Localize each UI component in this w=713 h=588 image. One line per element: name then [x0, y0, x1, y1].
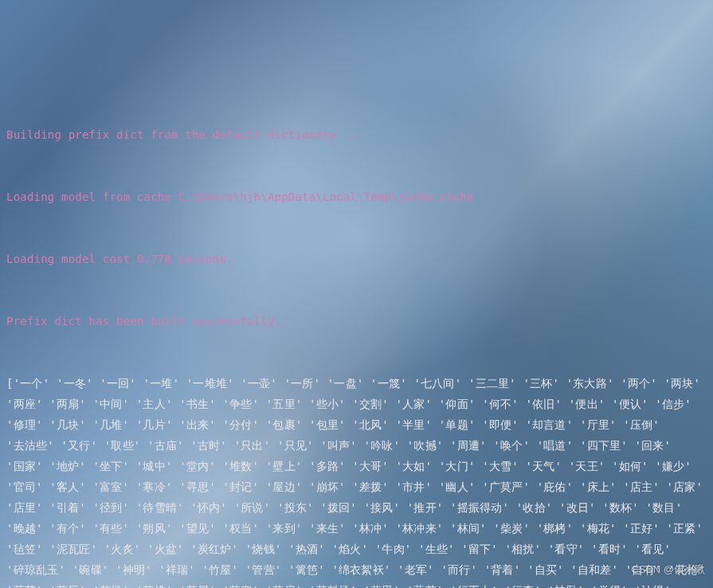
log-line-building: Building prefix dict from the default di… [6, 124, 707, 145]
log-line-built: Prefix dict has been built successfully. [6, 311, 707, 331]
watermark: CSDN @侯小啾 [631, 559, 705, 580]
token-array-output: ['一个' '一冬' '一回' '一堆' '一堆堆' '一壶' '一所' '一盘… [6, 373, 707, 588]
log-line-cache: Loading model from cache C:\Users\hjh\Ap… [6, 186, 707, 207]
log-line-cost: Loading model cost 0.778 seconds. [6, 249, 707, 269]
terminal-output: Building prefix dict from the default di… [0, 83, 713, 588]
